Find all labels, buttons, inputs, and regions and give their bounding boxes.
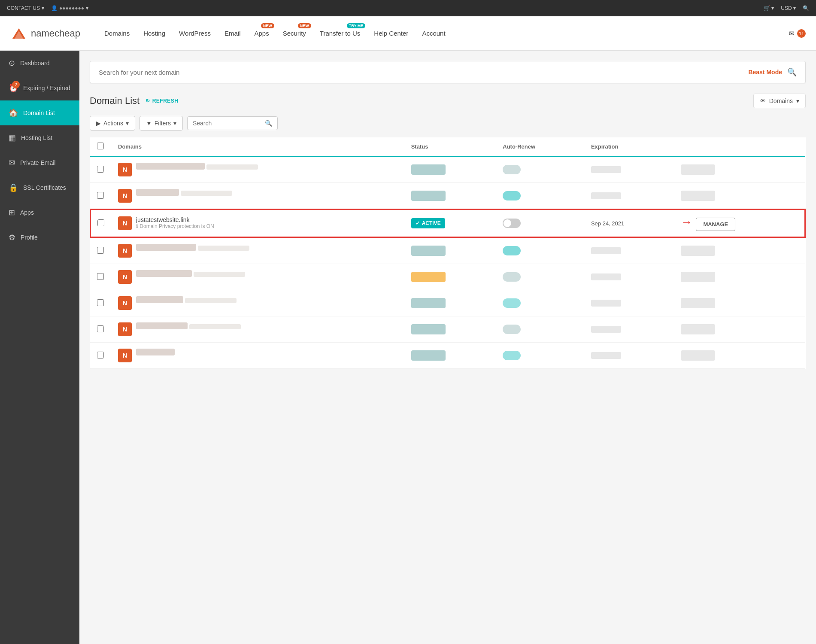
logo[interactable]: namecheap: [10, 25, 80, 42]
filters-icon: ▼: [146, 120, 152, 127]
cart-icon[interactable]: 🛒 ▾: [764, 5, 774, 11]
domain-info: [136, 349, 175, 357]
row-checkbox[interactable]: [97, 299, 104, 306]
row-checkbox[interactable]: [97, 325, 104, 332]
expiration-blurred: [591, 300, 621, 307]
user-name: ●●●●●●●●: [59, 5, 84, 11]
toggle-blurred: [503, 246, 521, 255]
col-header-autorenew: Auto-Renew: [496, 137, 584, 156]
contact-us-button[interactable]: CONTACT US ▾: [7, 5, 44, 11]
nav-email[interactable]: Email: [218, 16, 248, 51]
expiration-date: Sep 24, 2021: [591, 220, 624, 227]
table-row: N: [90, 290, 805, 316]
select-all-checkbox[interactable]: [97, 143, 104, 149]
domain-table: Domains Status Auto-Renew Expiration N: [90, 137, 806, 369]
status-active-badge: ✓ ACTIVE: [411, 218, 445, 228]
sidebar-item-hosting-list[interactable]: ▦ Hosting List: [0, 125, 79, 150]
search-submit-icon[interactable]: 🔍: [787, 67, 797, 77]
mail-button[interactable]: ✉ 11: [789, 29, 806, 38]
filters-button[interactable]: ▼ Filters ▾: [140, 116, 183, 131]
user-menu[interactable]: 👤 ●●●●●●●● ▾: [51, 5, 88, 11]
domain-list-header: Domain List ↻ REFRESH 👁 Domains ▾: [90, 94, 806, 108]
sidebar-item-private-email[interactable]: ✉ Private Email: [0, 150, 79, 175]
refresh-icon: ↻: [146, 98, 150, 104]
domain-name-cell: N: [118, 270, 397, 284]
toggle-blurred: [503, 165, 521, 174]
manage-button[interactable]: MANAGE: [696, 218, 735, 231]
row-checkbox[interactable]: [97, 273, 104, 280]
filters-label: Filters: [155, 120, 171, 127]
nav-right: ✉ 11: [789, 29, 806, 38]
sidebar-item-domain-list[interactable]: 🏠 Domain List: [0, 100, 79, 125]
domain-list-title-section: Domain List ↻ REFRESH: [90, 95, 179, 106]
filters-caret: ▾: [173, 120, 176, 127]
nav-transfer[interactable]: Transfer to Us TRY ME: [313, 16, 367, 51]
table-row: N: [90, 156, 805, 183]
actions-caret: ▾: [126, 120, 129, 127]
domain-info: [136, 296, 237, 304]
row-checkbox[interactable]: [97, 219, 104, 226]
nav-hosting[interactable]: Hosting: [137, 16, 172, 51]
domain-search-input[interactable]: [99, 69, 748, 76]
domain-sub-blurred: [206, 164, 258, 170]
eye-icon: 👁: [760, 97, 766, 104]
nav-domains[interactable]: Domains: [97, 16, 137, 51]
domain-sub: ℹ Domain Privacy protection is ON: [136, 223, 214, 229]
user-icon: 👤: [51, 5, 58, 11]
expiration-blurred: [591, 192, 621, 199]
sidebar-label-ssl: SSL Certificates: [23, 184, 66, 191]
sidebar-item-ssl[interactable]: 🔒 SSL Certificates: [0, 175, 79, 200]
contact-us-caret: ▾: [42, 5, 44, 11]
status-blurred: [411, 324, 446, 334]
nav-security[interactable]: Security NEW: [276, 16, 313, 51]
beast-mode-button[interactable]: Beast Mode: [748, 69, 782, 76]
table-row: N: [90, 343, 805, 369]
row-checkbox[interactable]: [97, 192, 104, 199]
domains-view-dropdown[interactable]: 👁 Domains ▾: [753, 94, 806, 108]
domain-sub-blurred: [185, 298, 237, 303]
sidebar-item-profile[interactable]: ⚙ Profile: [0, 225, 79, 250]
status-label: ACTIVE: [422, 220, 441, 226]
refresh-button[interactable]: ↻ REFRESH: [146, 98, 178, 104]
row-checkbox[interactable]: [97, 247, 104, 254]
apps-badge: NEW: [261, 23, 274, 28]
table-row: N: [90, 183, 805, 210]
sidebar-item-expiring[interactable]: ⏰ Expiring / Expired 2: [0, 76, 79, 100]
domain-name-cell: N justatestwebsite.link ℹ Domain Privacy…: [118, 216, 397, 230]
domain-info: [136, 163, 258, 171]
contact-us-label: CONTACT US: [7, 5, 40, 11]
actions-play-icon: ▶: [96, 120, 101, 127]
dashboard-icon: ⊙: [9, 58, 15, 68]
domain-favicon: N: [118, 270, 132, 284]
nav-helpcenter[interactable]: Help Center: [367, 16, 415, 51]
toggle-blurred: [503, 272, 521, 282]
table-row: N: [90, 237, 805, 264]
security-badge: NEW: [298, 23, 311, 28]
actions-button[interactable]: ▶ Actions ▾: [90, 116, 135, 131]
logo-text: namecheap: [31, 28, 80, 39]
domain-sub-blurred: [181, 191, 232, 196]
nav-wordpress[interactable]: WordPress: [172, 16, 218, 51]
nav-account[interactable]: Account: [415, 16, 452, 51]
table-row: N: [90, 316, 805, 343]
status-blurred: [411, 298, 446, 308]
row-checkbox[interactable]: [97, 166, 104, 173]
status-blurred-orange: [411, 272, 446, 282]
hostinglist-icon: ▦: [9, 133, 16, 143]
table-toolbar: ▶ Actions ▾ ▼ Filters ▾ 🔍: [90, 116, 806, 131]
sidebar-item-dashboard[interactable]: ⊙ Dashboard: [0, 51, 79, 76]
arrow-icon: →: [681, 216, 693, 229]
mail-icon: ✉: [789, 30, 795, 37]
dropdown-caret: ▾: [796, 97, 799, 104]
currency-selector[interactable]: USD ▾: [781, 5, 796, 11]
action-blurred: [681, 324, 715, 334]
domain-title-blurred: [136, 189, 179, 196]
sidebar-item-apps[interactable]: ⊞ Apps: [0, 200, 79, 225]
nav-apps[interactable]: Apps NEW: [247, 16, 276, 51]
autorenew-toggle[interactable]: [503, 219, 521, 228]
row-checkbox[interactable]: [97, 352, 104, 358]
col-header-status: Status: [404, 137, 496, 156]
table-search-input[interactable]: [193, 120, 261, 127]
search-icon[interactable]: 🔍: [803, 5, 809, 11]
domain-info: [136, 322, 241, 331]
